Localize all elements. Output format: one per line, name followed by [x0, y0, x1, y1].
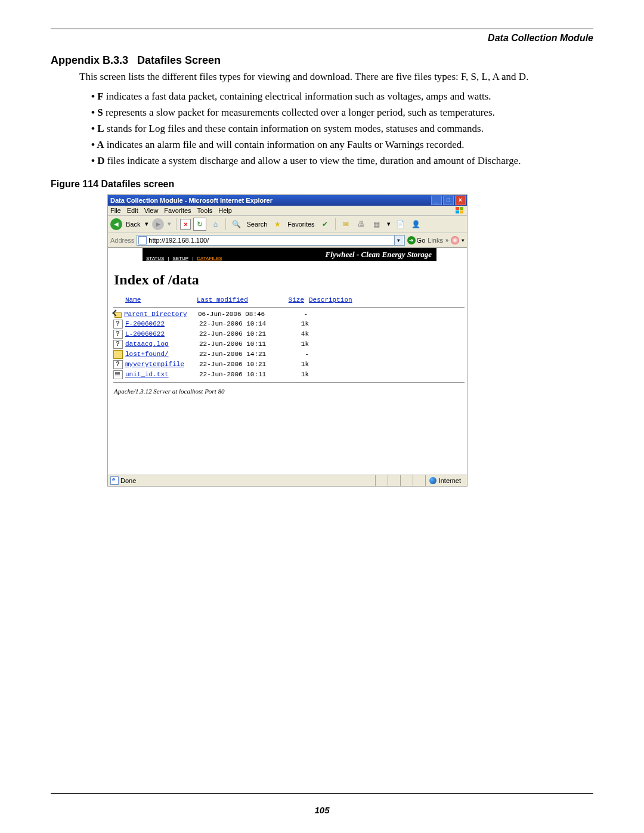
home-button[interactable]: ⌂: [209, 218, 222, 231]
toolbar-separator: [225, 218, 226, 230]
dir-header-row: Name Last modified Size Description: [111, 296, 467, 304]
go-button[interactable]: ➔ Go: [407, 236, 426, 245]
search-icon[interactable]: 🔍: [230, 218, 243, 231]
toolbar-separator: [335, 218, 336, 230]
discuss-button[interactable]: 📄: [394, 218, 407, 231]
dir-row: F-2006062222-Jun-2006 10:141k: [111, 319, 467, 329]
file-link[interactable]: myverytempifile: [125, 361, 184, 368]
file-size: 1k: [285, 340, 309, 348]
menu-favorites[interactable]: Favorites: [164, 207, 191, 214]
section-title: Datafiles Screen: [137, 54, 221, 66]
dir-icon: [113, 350, 123, 359]
ie-content: STATUS| SETUP| DATAFILES Flywheel - Clea…: [108, 248, 467, 475]
print-button[interactable]: 🖶: [355, 218, 368, 231]
col-size-link[interactable]: Size: [289, 296, 304, 304]
unk-icon: [113, 360, 123, 369]
page-icon: [110, 476, 119, 485]
col-modified-link[interactable]: Last modified: [197, 296, 248, 304]
status-cell: [375, 475, 388, 486]
search-label[interactable]: Search: [245, 221, 268, 228]
stop-button[interactable]: ×: [180, 219, 191, 230]
mail-button[interactable]: ✉: [339, 218, 352, 231]
bullet-item: S represents a slow packet for measureme…: [91, 106, 593, 120]
forward-dropdown-icon[interactable]: ▾: [166, 220, 172, 228]
tab-setup[interactable]: SETUP: [172, 256, 188, 261]
file-size: 4k: [285, 330, 309, 337]
file-link[interactable]: dataacq.log: [125, 340, 169, 348]
bullet-text: files indicate a system discharge and al…: [104, 155, 521, 166]
links-label[interactable]: Links: [428, 237, 443, 244]
antivirus-icon[interactable]: [451, 236, 459, 244]
file-modified: 22-Jun-2006 10:11: [199, 371, 283, 378]
directory-listing: Name Last modified Size Description Pare…: [111, 296, 467, 383]
bullet-text: represents a slow packet for measurement…: [103, 107, 495, 118]
dir-row: dataacq.log22-Jun-2006 10:111k: [111, 339, 467, 349]
col-desc-link[interactable]: Description: [309, 296, 352, 304]
file-modified: 22-Jun-2006 10:14: [199, 320, 283, 327]
txt-icon: [113, 370, 123, 379]
favorites-label[interactable]: Favorites: [286, 221, 315, 228]
bullet-item: F indicates a fast data packet, containi…: [91, 90, 593, 104]
back-button[interactable]: ◄: [110, 218, 122, 230]
bullet-letter: D: [97, 155, 104, 166]
dir-separator: [113, 307, 465, 308]
banner-brand: Flywheel - Clean Energy Storage: [326, 250, 432, 259]
back-label[interactable]: Back: [125, 221, 141, 228]
edit-dropdown-icon[interactable]: ▾: [386, 220, 392, 228]
file-link[interactable]: L-20060622: [125, 330, 165, 337]
bullet-letter: F: [97, 91, 103, 102]
maximize-button[interactable]: □: [443, 196, 454, 205]
section-number: Appendix B.3.3: [51, 54, 128, 66]
minimize-button[interactable]: _: [431, 196, 442, 205]
ie-titlebar: Data Collection Module - Microsoft Inter…: [108, 195, 467, 206]
go-label: Go: [417, 237, 426, 244]
bullet-text: indicates a fast data packet, containing…: [104, 91, 491, 102]
menu-edit[interactable]: Edit: [127, 207, 138, 214]
status-zone: Internet: [425, 475, 465, 486]
menu-tools[interactable]: Tools: [197, 207, 213, 214]
file-modified: 22-Jun-2006 10:21: [199, 330, 283, 337]
section-heading: Appendix B.3.3 Datafiles Screen: [51, 54, 593, 67]
menu-file[interactable]: File: [110, 207, 121, 214]
back-dropdown-icon[interactable]: ▾: [144, 220, 150, 228]
bullet-letter: S: [97, 107, 103, 118]
refresh-button[interactable]: ↻: [193, 218, 206, 231]
menu-help[interactable]: Help: [218, 207, 232, 214]
site-banner: STATUS| SETUP| DATAFILES Flywheel - Clea…: [143, 248, 436, 261]
col-name-link[interactable]: Name: [125, 296, 141, 304]
history-button[interactable]: ✔: [318, 218, 332, 231]
file-link[interactable]: lost+found/: [125, 351, 169, 358]
status-cell: [413, 475, 425, 486]
file-modified: 06-Jun-2006 08:46: [198, 311, 281, 318]
menu-view[interactable]: View: [144, 207, 159, 214]
bullet-letter: L: [97, 123, 104, 134]
status-done: Done: [120, 477, 136, 484]
messenger-button[interactable]: 👤: [410, 218, 423, 231]
links-chevron-icon[interactable]: »: [445, 237, 448, 243]
file-size: -: [284, 311, 308, 318]
file-modified: 22-Jun-2006 10:21: [199, 361, 283, 368]
tab-status[interactable]: STATUS: [146, 256, 164, 261]
antivirus-dropdown-icon[interactable]: ▾: [462, 237, 465, 243]
figure-label: Figure 114: [51, 179, 98, 189]
unk-icon: [113, 330, 123, 339]
file-link[interactable]: Parent Directory: [124, 311, 187, 318]
file-link[interactable]: F-20060622: [125, 320, 165, 327]
ie-toolbar: ◄ Back ▾ ► ▾ × ↻ ⌂ 🔍 Search ★ Favorites …: [108, 216, 467, 233]
forward-button[interactable]: ►: [152, 218, 164, 230]
close-button[interactable]: ×: [455, 196, 466, 205]
window-title: Data Collection Module - Microsoft Inter…: [110, 197, 431, 204]
file-modified: 22-Jun-2006 14:21: [199, 351, 283, 358]
header-module: Data Collection Module: [51, 33, 593, 44]
address-field[interactable]: http://192.168.1.100/ ▾: [137, 235, 404, 246]
tab-datafiles[interactable]: DATAFILES: [197, 256, 222, 261]
edit-button[interactable]: ▦: [370, 218, 383, 231]
file-size: 1k: [285, 361, 309, 368]
file-modified: 22-Jun-2006 10:11: [199, 340, 283, 348]
address-dropdown-icon[interactable]: ▾: [394, 236, 403, 245]
favorites-icon[interactable]: ★: [271, 218, 284, 231]
file-link[interactable]: unit_id.txt: [125, 371, 169, 378]
ie-addressbar: Address http://192.168.1.100/ ▾ ➔ Go Lin…: [108, 233, 467, 248]
bullet-item: A indicates an alarm file and will conta…: [91, 138, 593, 152]
status-zone-label: Internet: [439, 477, 461, 484]
